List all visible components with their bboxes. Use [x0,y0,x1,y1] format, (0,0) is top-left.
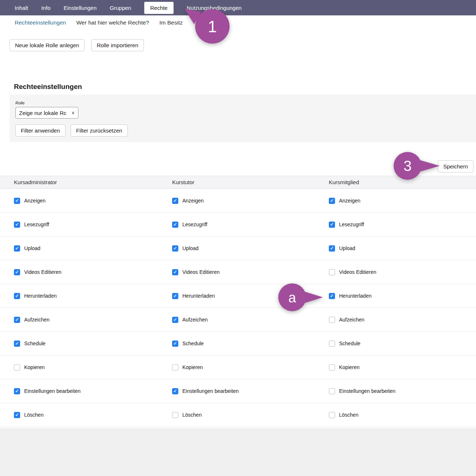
permission-cell: ✓Aufzeichen [172,317,329,323]
permission-cell: ✓Einstellungen bearbeiten [172,388,329,394]
checkbox-anzeigen-kurstutor[interactable]: ✓ [172,198,178,204]
checkbox-schedule-kursmitglied[interactable] [329,341,335,347]
permission-label: Videos Editieren [182,269,220,275]
permission-label: Kopieren [24,364,45,370]
checkbox-herunterladen-kursmitglied[interactable]: ✓ [329,293,335,299]
filter-panel: Rolle Zeige nur lokale Rc ∨ Filter anwen… [10,94,476,142]
checkbox-l-schen-kursmitglied[interactable] [329,412,335,418]
permission-label: Löschen [24,412,44,418]
new-local-role-button[interactable]: Neue lokale Rolle anlegen [10,39,85,51]
permission-cell: ✓Herunterladen [14,293,172,299]
permission-cell: ✓Anzeigen [329,198,476,204]
nav-tab-rechte[interactable]: Rechte [144,2,174,14]
permission-cell: ✓Löschen [14,412,172,418]
permission-label: Schedule [24,341,45,346]
permission-cell: ✓Schedule [14,341,172,347]
subnav-item-wer-hat-hier-welche-rechte[interactable]: Wer hat hier welche Rechte? [76,19,149,26]
role-toolbar: Neue lokale Rolle anlegen Rolle importie… [10,39,144,51]
permission-cell: Kopieren [329,364,476,371]
permission-label: Herunterladen [24,293,57,299]
permission-cell: Kopieren [14,364,172,371]
checkbox-herunterladen-kursadministrator[interactable]: ✓ [14,293,20,299]
checkbox-l-schen-kurstutor[interactable] [172,412,178,418]
checkbox-aufzeichen-kursadministrator[interactable]: ✓ [14,317,20,323]
checkbox-anzeigen-kursadministrator[interactable]: ✓ [14,198,20,204]
permission-cell: Einstellungen bearbeiten [329,388,476,394]
checkbox-schedule-kursadministrator[interactable]: ✓ [14,341,20,347]
permission-label: Aufzeichen [182,317,208,323]
callout-3-label: 3 [404,158,412,174]
checkbox-kopieren-kursadministrator[interactable] [14,364,20,371]
top-nav: InhaltInfoEinstellungenGruppenRechteNutz… [0,0,476,15]
permission-cell: Löschen [329,412,476,418]
filter-buttons: Filter anwenden Filter zurücksetzen [15,124,470,137]
permission-label: Einstellungen bearbeiten [339,388,395,394]
reset-filter-button[interactable]: Filter zurücksetzen [71,124,128,137]
permission-row: ✓Einstellungen bearbeiten✓Einstellungen … [0,379,476,403]
checkbox-aufzeichen-kursmitglied[interactable] [329,317,335,323]
permission-label: Lesezugriff [24,222,49,227]
permission-row: ✓Herunterladen✓Herunterladen✓Herunterlad… [0,284,476,308]
checkbox-kopieren-kursmitglied[interactable] [329,364,335,371]
checkbox-videos-editieren-kursmitglied[interactable] [329,269,335,275]
callout-a: a [278,283,326,313]
nav-tab-inhalt[interactable]: Inhalt [15,5,28,11]
import-role-button[interactable]: Rolle importieren [91,39,144,51]
checkbox-videos-editieren-kurstutor[interactable]: ✓ [172,269,178,275]
callout-1-label: 1 [208,18,217,36]
permission-cell: ✓Herunterladen [329,293,476,299]
checkbox-lesezugriff-kursadministrator[interactable]: ✓ [14,222,20,228]
checkbox-schedule-kurstutor[interactable]: ✓ [172,341,178,347]
permission-cell: ✓Upload [172,245,329,252]
permission-label: Anzeigen [339,198,360,204]
permission-label: Upload [24,245,40,251]
checkbox-lesezugriff-kurstutor[interactable]: ✓ [172,222,178,228]
permission-cell: ✓Lesezugriff [14,222,172,228]
permission-cell: ✓Anzeigen [172,198,329,204]
permission-cell: ✓Videos Editieren [172,269,329,275]
checkbox-herunterladen-kurstutor[interactable]: ✓ [172,293,178,299]
permission-label: Upload [339,245,355,251]
checkbox-upload-kursadministrator[interactable]: ✓ [14,245,20,252]
permission-cell: Schedule [329,341,476,347]
permission-row: ✓Anzeigen✓Anzeigen✓Anzeigen [0,189,476,213]
checkbox-einstellungen-bearbeiten-kursadministrator[interactable]: ✓ [14,388,20,394]
checkbox-anzeigen-kursmitglied[interactable]: ✓ [329,198,335,204]
permission-label: Löschen [182,412,202,418]
permission-row: ✓Videos Editieren✓Videos EditierenVideos… [0,260,476,284]
permission-label: Aufzeichen [24,317,49,323]
subnav-item-im-besitz[interactable]: Im Besitz [159,19,183,26]
checkbox-aufzeichen-kurstutor[interactable]: ✓ [172,317,178,323]
subnav-item-rechteeinstellungen[interactable]: Rechteeinstellungen [15,19,66,26]
checkbox-einstellungen-bearbeiten-kurstutor[interactable]: ✓ [172,388,178,394]
permission-row: ✓Upload✓Upload✓Upload [0,237,476,260]
apply-filter-button[interactable]: Filter anwenden [15,124,66,137]
checkbox-einstellungen-bearbeiten-kursmitglied[interactable] [329,388,335,394]
page: InhaltInfoEinstellungenGruppenRechteNutz… [0,0,476,476]
checkbox-lesezugriff-kursmitglied[interactable]: ✓ [329,222,335,228]
checkbox-upload-kursmitglied[interactable]: ✓ [329,245,335,252]
page-title: Rechteeinstellungen [14,83,82,91]
callout-a-label: a [288,290,296,305]
permission-row: ✓Aufzeichen✓AufzeichenAufzeichen [0,308,476,332]
permissions-table-body: ✓Anzeigen✓Anzeigen✓Anzeigen✓Lesezugriff✓… [0,189,476,427]
permission-label: Schedule [339,341,360,346]
nav-tab-einstellungen[interactable]: Einstellungen [64,5,97,11]
permission-cell: ✓Lesezugriff [329,222,476,228]
checkbox-videos-editieren-kursadministrator[interactable]: ✓ [14,269,20,275]
role-select[interactable]: Zeige nur lokale Rc ∨ [15,107,78,119]
permission-cell: ✓Upload [14,245,172,252]
permission-cell: ✓Upload [329,245,476,252]
permission-label: Videos Editieren [24,269,62,275]
checkbox-kopieren-kurstutor[interactable] [172,364,178,371]
checkbox-upload-kurstutor[interactable]: ✓ [172,245,178,252]
permission-label: Lesezugriff [339,222,364,227]
permission-label: Kopieren [182,364,203,370]
page-footer-area [0,428,476,476]
nav-tab-gruppen[interactable]: Gruppen [110,5,131,11]
permission-cell: ✓Videos Editieren [14,269,172,275]
permission-cell: ✓Anzeigen [14,198,172,204]
save-button[interactable]: Speichern [438,160,473,172]
nav-tab-info[interactable]: Info [41,5,51,11]
checkbox-l-schen-kursadministrator[interactable]: ✓ [14,412,20,418]
